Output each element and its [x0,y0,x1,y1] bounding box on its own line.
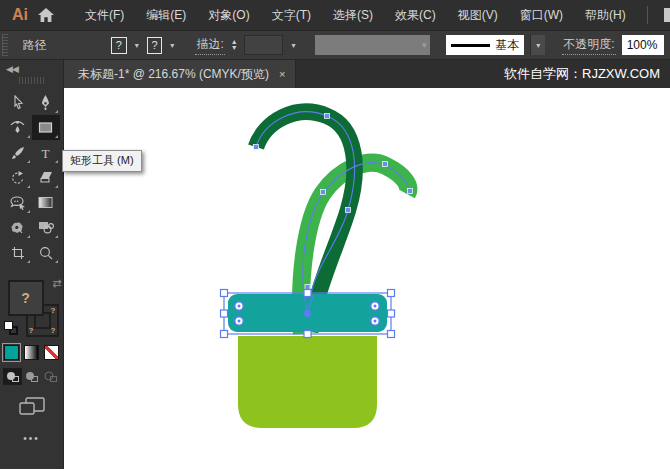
collapse-panel-icon[interactable]: ◀◀ [0,60,63,74]
tool-tooltip: 矩形工具 (M) [62,150,142,172]
home-icon[interactable] [38,3,54,27]
fill-stroke-indicator: ? ? ? ? ⇄ [2,277,62,339]
stroke-weight-label[interactable]: 描边: [195,36,224,55]
document-tab[interactable]: 未标题-1* @ 216.67% (CMYK/预览) × [64,60,296,88]
color-mode-row [0,345,63,360]
panel-grip[interactable] [2,34,8,56]
menu-separator [647,6,648,24]
swap-fill-stroke-icon[interactable]: ⇄ [52,277,61,290]
stroke-weight-field[interactable] [244,35,284,55]
pen-tool[interactable] [32,90,60,115]
menu-help[interactable]: 帮助(H) [574,0,637,30]
draw-behind-mode-icon[interactable] [22,368,41,385]
menu-items: 文件(F) 编辑(E) 对象(O) 文字(T) 选择(S) 效果(C) 视图(V… [74,0,637,30]
artwork [64,88,669,469]
stroke-style-dropdown[interactable]: ▾ [530,35,545,55]
menu-effect[interactable]: 效果(C) [384,0,447,30]
brush-definition-dropdown: ▾ [315,35,431,55]
stroke-style-preview[interactable]: 基本 [446,35,524,55]
chevron-down-icon[interactable]: ▾ [133,41,141,50]
menu-bar: Ai 文件(F) 编辑(E) 对象(O) 文字(T) 选择(S) 效果(C) 视… [0,0,670,30]
selection-path-overlay [256,112,408,312]
selection-type-label: 路径 [16,37,52,54]
panel-grip[interactable] [19,77,45,84]
screen-mode-button[interactable] [0,397,63,417]
rotate-tool[interactable] [4,165,32,190]
curvature-tool[interactable] [4,115,32,140]
opacity-field[interactable]: 100% [622,35,664,55]
drawing-modes [0,368,63,385]
menu-object[interactable]: 对象(O) [197,0,260,30]
shape-builder-tool[interactable] [32,215,60,240]
rectangle-tool[interactable] [32,115,60,140]
menu-type[interactable]: 文字(T) [261,0,322,30]
menu-file[interactable]: 文件(F) [74,0,135,30]
artboard-canvas[interactable] [64,88,670,469]
draw-normal-mode-icon[interactable] [3,368,22,385]
close-tab-icon[interactable]: × [279,68,285,80]
menu-select[interactable]: 选择(S) [322,0,384,30]
control-bar: 路径 ? ▾ ? ▾ 描边: ▲▼ ▾ ▾ 基本 ▾ 不透明度: 100% [0,30,670,60]
menu-edit[interactable]: 编辑(E) [135,0,197,30]
document-tab-bar: 未标题-1* @ 216.67% (CMYK/预览) × 软件自学网：RJZXW… [64,60,670,88]
app-logo: Ai [10,6,34,24]
opacity-label[interactable]: 不透明度: [562,36,615,55]
stroke-color-swatch[interactable]: ? [147,37,163,54]
gradient-tool[interactable] [32,190,60,215]
artboard-tool[interactable] [4,240,32,265]
type-tool[interactable]: T [32,140,60,165]
watermark-text: 软件自学网：RJZXW.COM [504,60,670,88]
stroke-weight-stepper[interactable]: ▲▼ [231,39,238,51]
default-fill-stroke-icon[interactable] [4,321,18,335]
document-tab-title: 未标题-1* @ 216.67% (CMYK/预览) [78,66,269,83]
fill-color-swatch[interactable]: ? [111,37,127,54]
selection-tool[interactable] [4,90,32,115]
stroke-line-sample [451,44,490,47]
svg-text:T: T [42,146,50,160]
shaper-tool[interactable] [4,190,32,215]
selection-center-point[interactable] [304,310,311,317]
gradient-swatch-button[interactable] [24,345,39,360]
menu-view[interactable]: 视图(V) [447,0,509,30]
eraser-tool[interactable] [32,165,60,190]
illustrator-window: Ai 文件(F) 编辑(E) 对象(O) 文字(T) 选择(S) 效果(C) 视… [0,0,670,471]
tools-panel: ◀◀ [0,60,64,469]
color-swatch-button[interactable] [4,345,19,360]
menu-window[interactable]: 窗口(W) [509,0,574,30]
fill-proxy[interactable]: ? [8,280,44,316]
draw-inside-mode-icon [41,368,60,385]
none-swatch-button[interactable] [44,345,59,360]
stroke-style-name: 基本 [495,37,519,54]
chevron-down-icon[interactable]: ▾ [168,41,176,50]
zoom-tool[interactable] [32,240,60,265]
paintbrush-tool[interactable] [4,140,32,165]
edit-toolbar-button[interactable]: ••• [0,433,63,444]
pot-body-shape[interactable] [238,336,377,428]
workspace-switcher-icon[interactable] [660,3,670,27]
puppet-warp-tool[interactable] [4,215,32,240]
chevron-down-icon[interactable]: ▾ [289,41,297,50]
